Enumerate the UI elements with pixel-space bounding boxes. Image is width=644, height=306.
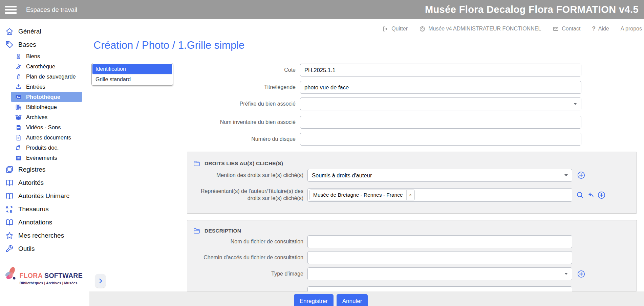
add-icon[interactable] (597, 191, 606, 199)
add-icon[interactable] (577, 171, 585, 179)
sidebar-item-label: Général (18, 28, 41, 35)
star-icon (5, 231, 14, 240)
library-icon (15, 104, 22, 111)
sidebar-item-label: Produits doc. (26, 145, 59, 151)
sidebar-item-phototheque[interactable]: Photothèque (11, 92, 82, 102)
tag-icon (5, 40, 14, 49)
prefixe-du-bien-associe-select[interactable] (300, 97, 581, 110)
field-label-type-d-image: Type d'image (190, 267, 303, 280)
section-title: DESCRIPTION (205, 228, 241, 234)
sidebar-item-produits-doc[interactable]: Produits doc. (0, 143, 84, 153)
sidebar-item-videos-sons[interactable]: Vidéos - Sons (0, 122, 84, 132)
field-label-nom-du-fichier-de-consultation: Nom du fichier de consultation (190, 235, 303, 248)
calendar-icon (15, 154, 22, 161)
sidebar-item-label: Photothèque (26, 94, 60, 100)
field-label-representant-s-de-l-auteur-titulaire-s-des-droits-sur-le-s-cliche-s: Représentant(s) de l'auteur/Titulaire(s)… (190, 185, 303, 204)
logout-icon (382, 26, 389, 32)
titre-legende-input[interactable] (300, 81, 581, 94)
field-label-mention-des-droits-sur-le-s-cliche-s: Mention des droits sur le(s) cliché(s) (190, 169, 303, 182)
sidebar-item-bases[interactable]: Bases (0, 38, 84, 51)
sidebar-item-label: Vidéos - Sons (26, 124, 61, 131)
sidebar-item-label: Registres (18, 166, 45, 173)
flora-software-logo: FLORA SOFTWARE Bibliothèques | Archives … (4, 261, 83, 287)
sidebar-item-label: Autres documents (26, 134, 71, 141)
header-link-musee-v4-administrateur-fonctionnel[interactable]: Musée v4 ADMINISTRATEUR FONCTIONNEL (419, 26, 541, 32)
nom-du-fichier-de-consultation-input[interactable] (307, 235, 572, 248)
hamburger-icon[interactable] (5, 6, 17, 14)
header-link-quitter[interactable]: Quitter (382, 26, 408, 32)
header-link-contact[interactable]: Contact (553, 26, 580, 32)
artifact-icon (15, 53, 22, 60)
chevron-right-icon (97, 278, 104, 284)
sidebar-item-label: Mes recherches (18, 232, 64, 239)
document-icon (15, 134, 22, 141)
open-book-icon (5, 178, 14, 187)
undo-icon[interactable] (586, 191, 595, 199)
sidebar-item-general[interactable]: Général (0, 25, 84, 38)
header-link-label: Quitter (391, 26, 408, 32)
header-link-aide[interactable]: ?Aide (592, 25, 609, 32)
sidebar-item-autorites-unimarc[interactable]: Autorités Unimarc (0, 189, 84, 202)
sidebar-item-carotheque[interactable]: Carothèque (0, 61, 84, 71)
sidebar-item-label: Archives (26, 114, 47, 121)
add-icon[interactable] (577, 270, 585, 278)
chip-label: Musée de Bretagne - Rennes - France (310, 190, 406, 200)
footer-bar: Enregistrer Annuler (89, 291, 644, 306)
sidebar-item-mes-recherches[interactable]: Mes recherches (0, 229, 84, 242)
type-d-image-select[interactable] (307, 267, 572, 280)
registers-icon (5, 165, 14, 174)
brand-tagline: Bibliothèques | Archives | Musées (19, 281, 83, 285)
user-icon (419, 26, 426, 32)
num-inventaire-du-bien-associe-input[interactable] (300, 116, 581, 129)
pages-icon (15, 144, 22, 151)
top-bar: Espaces de travail Musée Flora Decalog F… (0, 0, 644, 19)
header-link-label: Musée v4 ADMINISTRATEUR FONCTIONNEL (428, 26, 541, 32)
sort-alpha-icon: AB (5, 205, 14, 214)
sidebar-item-biens[interactable]: Biens (0, 51, 84, 61)
sidebar-item-autorites[interactable]: Autorités (0, 176, 84, 189)
open-book-icon (5, 192, 14, 200)
sidebar-item-archives[interactable]: Archives (0, 112, 84, 122)
folder-icon (193, 227, 200, 235)
app-title: Musée Flora Decalog Flora FORMATION v4.5 (425, 4, 639, 15)
sidebar-item-bibliotheque[interactable]: Bibliothèque (0, 102, 84, 112)
sidebar-item-registres[interactable]: Registres (0, 163, 84, 176)
chevron-down-icon (564, 174, 568, 176)
value-chip: Musée de Bretagne - Rennes - France× (309, 190, 415, 200)
sidebar-item-autres-documents[interactable]: Autres documents (0, 132, 84, 143)
section-title: DROITS LIES AU(X) CLICHE(S) (205, 160, 283, 167)
section-description-header: DESCRIPTION (193, 227, 241, 235)
extinguisher-icon (15, 73, 22, 80)
sidebar-item-label: Entrées (26, 84, 45, 90)
sidebar-item-annotations[interactable]: Annotations (0, 216, 84, 229)
app-window: Espaces de travail Musée Flora Decalog F… (0, 0, 644, 306)
numero-du-disque-input[interactable] (300, 133, 581, 146)
folder-icon (193, 160, 200, 167)
carrot-icon (15, 63, 22, 70)
chemin-d-acces-du-fichier-de-consultation-input[interactable] (307, 251, 572, 264)
sidebar-item-evenements[interactable]: Evènements (0, 153, 84, 163)
svg-text:B: B (10, 209, 13, 213)
sidebar-item-label: Plan de sauvegarde (26, 73, 76, 80)
field-label-num-inventaire-du-bien-associe: Num inventaire du bien associé (142, 116, 296, 129)
sidebar-item-entrees[interactable]: Entrées (0, 82, 84, 92)
mail-icon (553, 26, 559, 32)
representant-s-de-l-auteur-titulaire-s-des-droits-sur-le-s-cliche-s-field[interactable]: Musée de Bretagne - Rennes - France× (307, 188, 572, 202)
archive-box-icon (15, 114, 22, 121)
mention-des-droits-sur-le-s-cliche-s-select[interactable]: Soumis à droits d'auteur (307, 169, 572, 182)
header-links: QuitterMusée v4 ADMINISTRATEUR FONCTIONN… (237, 24, 642, 33)
chip-remove-icon[interactable]: × (406, 190, 414, 200)
cancel-button[interactable]: Annuler (337, 294, 368, 306)
cote-input[interactable] (300, 64, 581, 76)
header-link-a-propos[interactable]: A propos (621, 26, 642, 32)
workspace-label[interactable]: Espaces de travail (26, 6, 77, 14)
wrench-icon (5, 244, 14, 253)
inbox-arrow-icon (15, 83, 22, 90)
search-icon[interactable] (576, 191, 584, 199)
sidebar-item-thesaurus[interactable]: ABThesaurus (0, 202, 84, 216)
sidebar-item-outils[interactable]: Outils (0, 242, 84, 255)
sidebar-item-plan-de-sauvegarde[interactable]: Plan de sauvegarde (0, 71, 84, 82)
sidebar-item-label: Autorités (18, 179, 44, 187)
save-button[interactable]: Enregistrer (294, 294, 334, 306)
sidebar-expand-button[interactable] (95, 274, 106, 288)
